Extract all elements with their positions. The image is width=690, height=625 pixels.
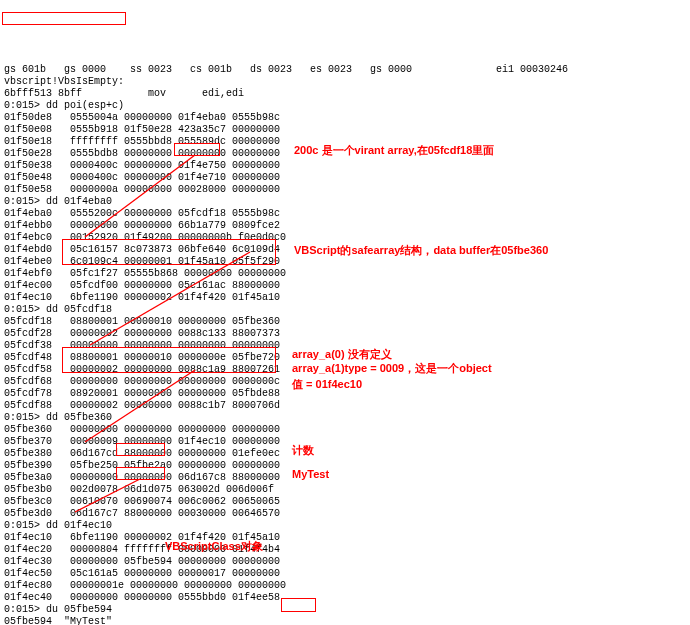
output-line: 6bfff513 8bff mov edi,edi <box>4 88 686 100</box>
output-line: 0:015> dd 05fcdf18 <box>4 304 686 316</box>
output-line: 0:015> du 05fbe594 <box>4 604 686 616</box>
output-line: 01f4ebc0 00152920 01f49200 00000000b f0e… <box>4 232 686 244</box>
output-line: 01f4ec80 00000001e 00000000 00000000 000… <box>4 580 686 592</box>
output-line: 05fcdf78 08920001 00000000 00000000 05fb… <box>4 388 686 400</box>
output-line: 01f50e58 0000000a 00000000 00028000 0000… <box>4 184 686 196</box>
output-line: 01f4ec20 00000804 ffffffff 00000000 01f4… <box>4 544 686 556</box>
output-line: 01f4ec50 05c161a5 00000000 00000017 0000… <box>4 568 686 580</box>
output-line: 0:015> dd 05fbe360 <box>4 412 686 424</box>
output-line: 05fcdf58 00000002 00000000 0088c1a9 8800… <box>4 364 686 376</box>
output-line: 0:015> dd 01f4eba0 <box>4 196 686 208</box>
output-line: 05fbe370 00000009 00000000 01f4ec10 0000… <box>4 436 686 448</box>
output-line: 05fbe3c0 00610070 00690074 006c0062 0065… <box>4 496 686 508</box>
output-line: 0:015> dd 01f4ec10 <box>4 520 686 532</box>
output-line: 01f4ebb0 00000000 00000000 66b1a779 0809… <box>4 220 686 232</box>
output-line: 05fbe390 05fbe250 05fbe2a0 00000000 0000… <box>4 460 686 472</box>
output-line: 01f50e48 0000400c 00000000 01f4e710 0000… <box>4 172 686 184</box>
output-line: 05fbe3b0 002d0078 06d1d075 063002d 006d0… <box>4 484 686 496</box>
output-line: 05fcdf68 00000000 00000000 00000000 0000… <box>4 376 686 388</box>
output-line: 01f4ec40 00000000 00000000 0555bbd0 01f4… <box>4 592 686 604</box>
output-line: 05fbe594 "MyTest" <box>4 616 686 625</box>
output-line: 01f50e38 0000400c 00000000 01f4e750 0000… <box>4 160 686 172</box>
output-line: 05fbe380 06d167cd 88000000 00000000 01ef… <box>4 448 686 460</box>
output-line: 05fcdf88 00000002 00000000 0088c1b7 8000… <box>4 400 686 412</box>
output-line: 01f4ec00 05fcdf00 00000000 05c161ac 8800… <box>4 280 686 292</box>
output-line: gs 601b gs 0000 ss 0023 cs 001b ds 0023 … <box>4 64 686 76</box>
output-line: 05fbe3d0 06d167c7 88000000 00030000 0064… <box>4 508 686 520</box>
output-line: 05fcdf48 08800001 00000010 0000000e 05fb… <box>4 352 686 364</box>
output-line: 01f4ebf0 05fc1f27 05555b868 00000000 000… <box>4 268 686 280</box>
output-line: 01f4ec10 6bfe1190 00000002 01f4f420 01f4… <box>4 532 686 544</box>
box-vbsisempty <box>2 12 126 25</box>
output-line: 01f50e28 0555bdb8 00000000 00000000 0000… <box>4 148 686 160</box>
output-line: 01f4ec10 6bfe1190 00000002 01f4f420 01f4… <box>4 292 686 304</box>
output-line: 05fcdf28 00000002 00000000 0088c133 8800… <box>4 328 686 340</box>
debugger-output: gs 601b gs 0000 ss 0023 cs 001b ds 0023 … <box>4 64 686 625</box>
output-line: 05fcdf38 00000000 00000000 00000000 0000… <box>4 340 686 352</box>
output-line: vbscript!VbsIsEmpty: <box>4 76 686 88</box>
output-line: 01f50e18 ffffffff 0555bbd8 055589dc 0000… <box>4 136 686 148</box>
output-line: 01f4eba0 0555200c 00000000 05fcdf18 0555… <box>4 208 686 220</box>
output-line: 01f4ebd0 05c16157 8c073873 06bfe640 6c01… <box>4 244 686 256</box>
output-line: 05fbe360 00000000 00000000 00000000 0000… <box>4 424 686 436</box>
output-line: 01f50de8 0555004a 00000000 01f4eba0 0555… <box>4 112 686 124</box>
output-line: 01f50e08 0555b918 01f50e28 423a35c7 0000… <box>4 124 686 136</box>
output-line: 05fcdf18 08800001 00000010 00000000 05fb… <box>4 316 686 328</box>
output-line: 01f4ec30 00000000 05fbe594 00000000 0000… <box>4 556 686 568</box>
output-line: 0:015> dd poi(esp+c) <box>4 100 686 112</box>
output-line: 01f4ebe0 6c0109c4 00000001 01f45a10 05f5… <box>4 256 686 268</box>
output-line: 05fbe3a0 00000000 00000000 06d167c8 8800… <box>4 472 686 484</box>
